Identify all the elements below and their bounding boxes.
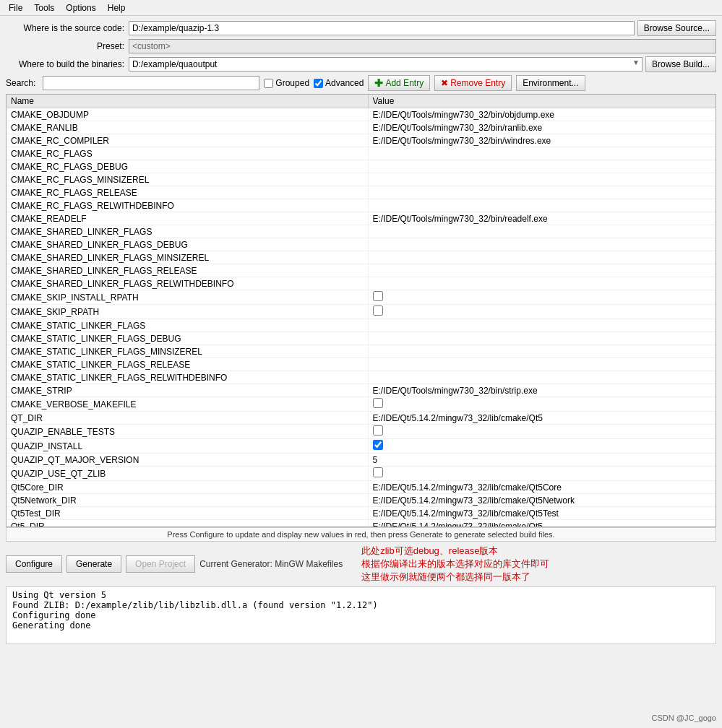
table-row[interactable]: CMAKE_SHARED_LINKER_FLAGS [7,225,715,238]
table-row[interactable]: QUAZIP_ENABLE_TESTS [7,425,715,439]
log-line: Configuring done [12,610,710,620]
remove-entry-button[interactable]: ✖ Remove Entry [434,75,512,91]
table-row[interactable]: CMAKE_RC_FLAGS_RELWITHDEBINFO [7,199,715,212]
variable-checkbox[interactable] [373,306,383,316]
environment-button[interactable]: Environment... [516,75,585,91]
cell-value [368,225,715,238]
table-row[interactable]: QT_DIRE:/IDE/Qt/5.14.2/mingw73_32/lib/cm… [7,412,715,425]
table-row[interactable]: CMAKE_READELFE:/IDE/Qt/Tools/mingw730_32… [7,212,715,225]
variable-checkbox[interactable] [373,425,383,436]
cell-value: E:/IDE/Qt/Tools/mingw730_32/bin/ranlib.e… [368,121,715,134]
cell-value [368,238,715,251]
cell-name: CMAKE_RC_FLAGS [7,147,368,160]
menu-options[interactable]: Options [60,1,101,14]
generate-button[interactable]: Generate [66,555,121,573]
table-row[interactable]: CMAKE_STATIC_LINKER_FLAGS_RELEASE [7,358,715,371]
build-label: Where to build the binaries: [6,59,129,69]
log-line: Found ZLIB: D:/example/zlib/lib/libzlib.… [12,600,710,610]
cell-name: QUAZIP_INSTALL [7,439,368,454]
table-row[interactable]: CMAKE_SHARED_LINKER_FLAGS_MINSIZEREL [7,251,715,264]
configure-button[interactable]: Configure [6,555,62,573]
table-row[interactable]: CMAKE_SHARED_LINKER_FLAGS_RELEASE [7,264,715,277]
table-row[interactable]: Qt5Core_DIRE:/IDE/Qt/5.14.2/mingw73_32/l… [7,481,715,494]
preset-label: Preset: [6,41,129,51]
variable-checkbox[interactable] [373,440,383,450]
cell-value [368,160,715,173]
table-row[interactable]: CMAKE_RC_FLAGS [7,147,715,160]
table-row[interactable]: CMAKE_STATIC_LINKER_FLAGS_MINSIZEREL [7,345,715,358]
table-row[interactable]: CMAKE_RC_COMPILERE:/IDE/Qt/Tools/mingw73… [7,134,715,147]
table-row[interactable]: Qt5_DIRE:/IDE/Qt/5.14.2/mingw73_32/lib/c… [7,520,715,528]
cell-value [368,467,715,481]
table-row[interactable]: CMAKE_STATIC_LINKER_FLAGS_RELWITHDEBINFO [7,371,715,384]
advanced-label: Advanced [325,78,364,88]
menu-tools[interactable]: Tools [28,1,60,14]
cell-name: CMAKE_STATIC_LINKER_FLAGS_MINSIZEREL [7,345,368,358]
table-row[interactable]: CMAKE_RC_FLAGS_RELEASE [7,186,715,199]
advanced-checkbox-label[interactable]: Advanced [314,78,364,88]
grouped-label: Grouped [275,78,309,88]
cell-value [368,277,715,290]
cell-name: Qt5Test_DIR [7,507,368,520]
table-row[interactable]: CMAKE_SHARED_LINKER_FLAGS_RELWITHDEBINFO [7,277,715,290]
cell-value: 5 [368,454,715,467]
search-label: Search: [6,78,38,88]
preset-row: Preset: [6,39,716,53]
grouped-checkbox-label[interactable]: Grouped [264,78,309,88]
table-row[interactable]: CMAKE_RANLIBE:/IDE/Qt/Tools/mingw730_32/… [7,121,715,134]
search-input[interactable] [43,76,259,90]
cell-value [368,199,715,212]
table-row[interactable]: QUAZIP_QT_MAJOR_VERSION5 [7,454,715,467]
cell-name: Qt5Core_DIR [7,481,368,494]
advanced-checkbox[interactable] [314,79,323,88]
table-row[interactable]: CMAKE_SHARED_LINKER_FLAGS_DEBUG [7,238,715,251]
cell-name: CMAKE_RC_FLAGS_MINSIZEREL [7,173,368,186]
browse-source-button[interactable]: Browse Source... [637,20,716,36]
menu-file[interactable]: File [3,1,28,14]
table-row[interactable]: Qt5Network_DIRE:/IDE/Qt/5.14.2/mingw73_3… [7,494,715,507]
table-row[interactable]: CMAKE_SKIP_RPATH [7,305,715,319]
cell-name: CMAKE_READELF [7,212,368,225]
variable-checkbox[interactable] [373,467,383,477]
cell-value [368,173,715,186]
add-entry-button[interactable]: ✚ Add Entry [368,75,430,91]
status-bar: Press Configure to update and display ne… [6,527,716,542]
cell-name: QUAZIP_USE_QT_ZLIB [7,467,368,481]
table-row[interactable]: CMAKE_RC_FLAGS_MINSIZEREL [7,173,715,186]
variable-checkbox[interactable] [373,398,383,408]
cell-name: CMAKE_STATIC_LINKER_FLAGS_RELEASE [7,358,368,371]
table-row[interactable]: CMAKE_RC_FLAGS_DEBUG [7,160,715,173]
col-name-header: Name [7,95,368,108]
table-row[interactable]: CMAKE_STATIC_LINKER_FLAGS_DEBUG [7,332,715,345]
log-line: Using Qt version 5 [12,590,710,600]
table-row[interactable]: CMAKE_VERBOSE_MAKEFILE [7,397,715,412]
cell-value [368,305,715,319]
cmake-table[interactable]: Name Value CMAKE_OBJDUMPE:/IDE/Qt/Tools/… [6,94,716,527]
log-area: Using Qt version 5Found ZLIB: D:/example… [6,586,716,644]
cell-name: CMAKE_OBJDUMP [7,108,368,121]
table-row[interactable]: CMAKE_OBJDUMPE:/IDE/Qt/Tools/mingw730_32… [7,108,715,121]
grouped-checkbox[interactable] [264,79,273,88]
table-row[interactable]: CMAKE_SKIP_INSTALL_RPATH [7,290,715,305]
table-row[interactable]: Qt5Test_DIRE:/IDE/Qt/5.14.2/mingw73_32/l… [7,507,715,520]
table-row[interactable]: QUAZIP_USE_QT_ZLIB [7,467,715,481]
annotation-box: 此处zlib可选debug、release版本 根据你编译出来的版本选择对应的库… [361,545,549,584]
cell-value [368,332,715,345]
build-path-select[interactable]: D:/example/quaoutput [129,57,643,72]
source-input[interactable] [129,21,635,35]
menubar: File Tools Options Help [0,0,722,16]
table-row[interactable]: CMAKE_STATIC_LINKER_FLAGS [7,319,715,332]
variable-checkbox[interactable] [373,291,383,301]
table-row[interactable]: CMAKE_STRIPE:/IDE/Qt/Tools/mingw730_32/b… [7,384,715,397]
cell-name: CMAKE_SHARED_LINKER_FLAGS_RELWITHDEBINFO [7,277,368,290]
cell-value [368,371,715,384]
menu-help[interactable]: Help [102,1,132,14]
cell-name: Qt5Network_DIR [7,494,368,507]
browse-build-button[interactable]: Browse Build... [645,56,716,72]
cell-value: E:/IDE/Qt/Tools/mingw730_32/bin/readelf.… [368,212,715,225]
main-container: Where is the source code: Browse Source.… [0,16,722,649]
csdn-badge: CSDN @JC_gogo [652,714,716,722]
cell-name: CMAKE_STATIC_LINKER_FLAGS_DEBUG [7,332,368,345]
table-row[interactable]: QUAZIP_INSTALL [7,439,715,454]
cell-value: E:/IDE/Qt/5.14.2/mingw73_32/lib/cmake/Qt… [368,494,715,507]
